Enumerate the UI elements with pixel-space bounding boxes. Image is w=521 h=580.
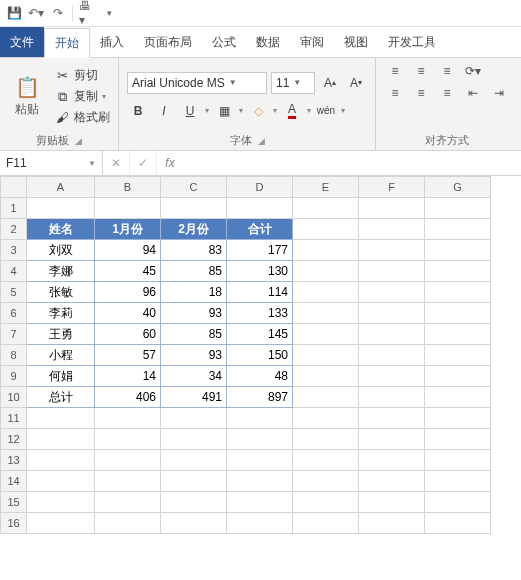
cell[interactable]: 130 [227, 261, 293, 282]
cell[interactable] [27, 408, 95, 429]
cell[interactable]: 1月份 [95, 219, 161, 240]
cell[interactable] [425, 513, 491, 534]
cell[interactable] [293, 219, 359, 240]
dialog-launcher-icon[interactable]: ◢ [75, 136, 82, 146]
cell[interactable] [359, 324, 425, 345]
row-header[interactable]: 1 [1, 198, 27, 219]
cell[interactable]: 60 [95, 324, 161, 345]
cell[interactable]: 18 [161, 282, 227, 303]
cell[interactable] [293, 471, 359, 492]
cell[interactable] [359, 429, 425, 450]
cell[interactable] [359, 408, 425, 429]
cell[interactable] [161, 198, 227, 219]
cell[interactable]: 93 [161, 303, 227, 324]
row-header[interactable]: 5 [1, 282, 27, 303]
cell[interactable]: 李莉 [27, 303, 95, 324]
cell[interactable]: 94 [95, 240, 161, 261]
cell[interactable] [293, 450, 359, 471]
cell[interactable] [293, 303, 359, 324]
cancel-formula-button[interactable]: ✕ [103, 151, 130, 175]
tab-layout[interactable]: 页面布局 [134, 27, 202, 57]
cell[interactable] [27, 450, 95, 471]
cell[interactable]: 总计 [27, 387, 95, 408]
cell[interactable] [293, 345, 359, 366]
cell[interactable] [425, 408, 491, 429]
cell[interactable] [293, 324, 359, 345]
cell[interactable] [161, 492, 227, 513]
align-center-button[interactable]: ≡ [410, 84, 432, 102]
cell[interactable] [27, 429, 95, 450]
column-header[interactable]: F [359, 177, 425, 198]
cell[interactable]: 406 [95, 387, 161, 408]
cell[interactable]: 45 [95, 261, 161, 282]
cell[interactable]: 48 [227, 366, 293, 387]
cell[interactable]: 2月份 [161, 219, 227, 240]
cell[interactable]: 合计 [227, 219, 293, 240]
tab-dev[interactable]: 开发工具 [378, 27, 446, 57]
cell[interactable] [359, 219, 425, 240]
column-header[interactable]: C [161, 177, 227, 198]
cell[interactable]: 张敏 [27, 282, 95, 303]
cell[interactable]: 897 [227, 387, 293, 408]
formula-input[interactable] [183, 151, 521, 175]
tab-file[interactable]: 文件 [0, 27, 44, 57]
accept-formula-button[interactable]: ✓ [130, 151, 157, 175]
font-color-button[interactable]: A [281, 100, 303, 122]
underline-button[interactable]: U [179, 100, 201, 122]
tab-formula[interactable]: 公式 [202, 27, 246, 57]
cell[interactable] [227, 492, 293, 513]
cell[interactable] [161, 471, 227, 492]
border-button[interactable]: ▦ [213, 100, 235, 122]
cell[interactable] [293, 240, 359, 261]
cell[interactable] [27, 198, 95, 219]
cell[interactable] [425, 450, 491, 471]
row-header[interactable]: 15 [1, 492, 27, 513]
grow-font-button[interactable]: A▴ [319, 72, 341, 94]
cell[interactable]: 小程 [27, 345, 95, 366]
cell[interactable]: 145 [227, 324, 293, 345]
cell[interactable]: 姓名 [27, 219, 95, 240]
cell[interactable] [425, 429, 491, 450]
fx-icon[interactable]: fx [157, 156, 183, 170]
undo-icon[interactable]: ↶▾ [28, 5, 44, 21]
cell[interactable] [227, 513, 293, 534]
italic-button[interactable]: I [153, 100, 175, 122]
cell[interactable] [359, 471, 425, 492]
row-header[interactable]: 4 [1, 261, 27, 282]
cell[interactable] [425, 303, 491, 324]
cell[interactable] [95, 513, 161, 534]
cell[interactable]: 刘双 [27, 240, 95, 261]
cell[interactable] [425, 240, 491, 261]
tab-home[interactable]: 开始 [44, 28, 90, 58]
cell[interactable] [425, 471, 491, 492]
cell[interactable] [359, 492, 425, 513]
column-header[interactable]: A [27, 177, 95, 198]
cell[interactable] [161, 408, 227, 429]
cell[interactable]: 491 [161, 387, 227, 408]
cell[interactable] [425, 198, 491, 219]
cell[interactable] [425, 387, 491, 408]
cell[interactable] [95, 408, 161, 429]
cell[interactable] [161, 513, 227, 534]
cell[interactable] [425, 219, 491, 240]
align-bottom-button[interactable]: ≡ [436, 62, 458, 80]
phonetic-button[interactable]: wén [315, 100, 337, 122]
cell[interactable] [425, 345, 491, 366]
cell[interactable] [227, 408, 293, 429]
row-header[interactable]: 3 [1, 240, 27, 261]
cell[interactable]: 83 [161, 240, 227, 261]
cell[interactable] [425, 324, 491, 345]
cell[interactable]: 34 [161, 366, 227, 387]
cell[interactable]: 85 [161, 324, 227, 345]
cell[interactable] [359, 366, 425, 387]
name-box[interactable]: F11▼ [0, 151, 103, 175]
cell[interactable] [227, 429, 293, 450]
row-header[interactable]: 13 [1, 450, 27, 471]
cell[interactable]: 85 [161, 261, 227, 282]
cell[interactable] [359, 345, 425, 366]
indent-increase-button[interactable]: ⇥ [488, 84, 510, 102]
row-header[interactable]: 11 [1, 408, 27, 429]
paste-button[interactable]: 📋 粘贴 [8, 62, 46, 131]
cell[interactable]: 96 [95, 282, 161, 303]
format-painter-button[interactable]: 🖌格式刷 [54, 109, 110, 126]
